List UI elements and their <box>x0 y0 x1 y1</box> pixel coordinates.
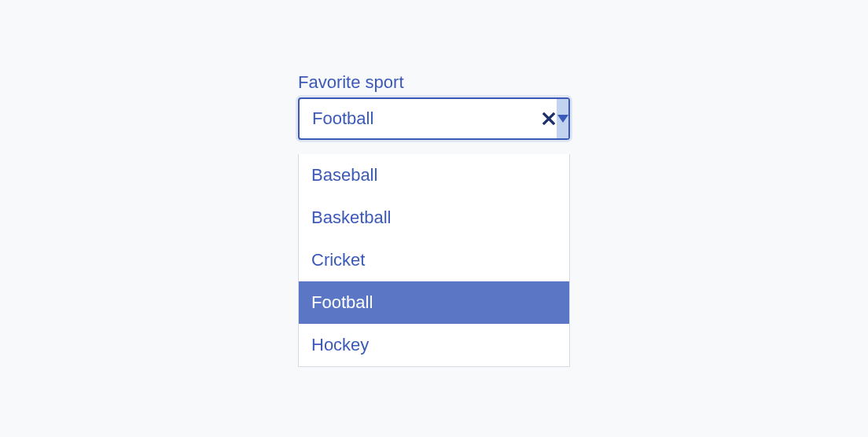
combo-option-basketball[interactable]: Basketball <box>299 196 569 239</box>
combo-option-baseball[interactable]: Baseball <box>299 154 569 196</box>
combo-option-cricket[interactable]: Cricket <box>299 239 569 281</box>
close-icon <box>541 111 557 127</box>
combo-label: Favorite sport <box>298 72 570 93</box>
clear-button[interactable] <box>541 99 557 138</box>
chevron-down-icon <box>557 115 568 123</box>
combo-option-football[interactable]: Football <box>299 281 569 324</box>
combo-listbox[interactable]: Baseball Basketball Cricket Football Hoc… <box>298 154 570 367</box>
toggle-button[interactable] <box>557 99 568 138</box>
combo-option-hockey[interactable]: Hockey <box>299 324 569 366</box>
favorite-sport-combobox: Favorite sport Baseball Basketball Crick… <box>298 72 570 140</box>
combo-control[interactable] <box>298 97 570 140</box>
combo-input[interactable] <box>300 99 541 138</box>
